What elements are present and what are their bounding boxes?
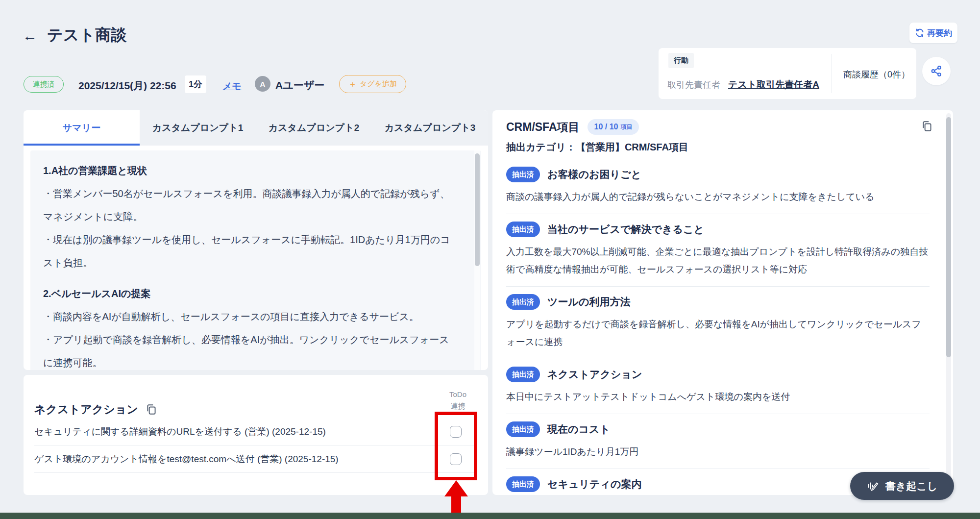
copy-icon[interactable] (921, 120, 933, 133)
next-action-text: セキュリティに関する詳細資料のURLを送付する (営業) (2025-12-15… (34, 425, 326, 438)
extracted-badge: 抽出済 (506, 476, 540, 492)
next-action-row: セキュリティに関する詳細資料のURLを送付する (営業) (2025-12-15… (34, 418, 477, 445)
summary-heading: 2.ベルセールスAIの提案 (43, 282, 454, 305)
user-name: Aユーザー (275, 78, 324, 92)
crm-item: 抽出済お客様のお困りごと商談の議事録入力が属人的で記録が残らないことがマネジメン… (506, 159, 930, 214)
crm-item-title: ツールの利用方法 (547, 295, 630, 309)
extracted-badge: 抽出済 (506, 421, 540, 437)
resummarize-button[interactable]: 再要約 (909, 23, 957, 43)
summary-bullet: ・営業メンバー50名がセールスフォースを利用。商談議事録入力が属人的で記録が残ら… (43, 182, 454, 228)
crm-item-body: 本日中にテストアットテストドットコムへゲスト環境の案内を送付 (506, 388, 930, 406)
todo-label: ToDo (449, 389, 466, 400)
transcribe-label: 書き起こし (885, 479, 937, 493)
plus-icon: ＋ (348, 78, 357, 90)
summary-card: サマリーカスタムプロンプト1カスタムプロンプト2カスタムプロンプト3 1.A社の… (24, 110, 488, 370)
summary-heading: 1.A社の営業課題と現状 (43, 159, 454, 182)
divider (832, 54, 832, 93)
crm-item-body: 商談の議事録入力が属人的で記録が残らないことがマネジメントに支障をきたしている (506, 188, 930, 206)
summary-content: 1.A社の営業課題と現状・営業メンバー50名がセールスフォースを利用。商談議事録… (43, 159, 454, 370)
annotation-arrow-icon (444, 480, 468, 496)
crm-item: 抽出済当社のサービスで解決できること入力工数を最大70%以上削減可能、企業ごとに… (506, 214, 930, 287)
crm-item-body: 議事録ツール1IDあたり月1万円 (506, 443, 930, 461)
crm-item-title: 現在のコスト (547, 422, 610, 436)
crm-item-body: アプリを起動するだけで商談を録音解析し、必要な情報をAIが抽出してワンクリックで… (506, 316, 930, 351)
crm-item-head: 抽出済ネクストアクション (506, 367, 930, 382)
extracted-badge: 抽出済 (506, 222, 540, 237)
tab-1[interactable]: サマリー (24, 110, 140, 146)
share-button[interactable] (922, 57, 951, 85)
page-title: テスト商談 (47, 25, 126, 46)
summary-scroll-area: 1.A社の営業課題と現状・営業メンバー50名がセールスフォースを利用。商談議事録… (30, 150, 481, 370)
extracted-badge: 抽出済 (506, 167, 540, 182)
extracted-badge: 抽出済 (506, 294, 540, 310)
crm-item-list: 抽出済お客様のお困りごと商談の議事録入力が属人的で記録が残らないことがマネジメン… (506, 159, 930, 495)
crm-category: 抽出カテゴリ：【営業用】CRM/SFA項目 (506, 141, 688, 154)
owner-link[interactable]: テスト取引先責任者A (728, 78, 819, 91)
tab-4[interactable]: カスタムプロンプト3 (372, 110, 488, 146)
tab-2[interactable]: カスタムプロンプト1 (140, 110, 256, 146)
extracted-badge: 抽出済 (506, 367, 540, 382)
add-tag-label: タグを追加 (360, 79, 397, 89)
summary-bullet: ・アプリ起動で商談を録音解析し、必要情報をAIが抽出。ワンクリックでセールスフォ… (43, 328, 454, 370)
crm-item: 抽出済現在のコスト議事録ツール1IDあたり月1万円 (506, 414, 930, 469)
scrollbar-thumb[interactable] (946, 117, 951, 357)
back-button[interactable]: ← (23, 27, 37, 44)
meeting-detail-page: ← テスト商談 再要約 連携済 2025/12/15(月) 22:56 1分 メ… (0, 0, 980, 519)
annotation-highlight-box (435, 412, 477, 480)
crm-item: 抽出済ネクストアクション本日中にテストアットテストドットコムへゲスト環境の案内を… (506, 359, 930, 414)
crm-item-head: 抽出済お客様のお困りごと (506, 167, 930, 182)
transcribe-button[interactable]: 書き起こし (850, 472, 954, 500)
next-action-list: セキュリティに関する詳細資料のURLを送付する (営業) (2025-12-15… (34, 418, 477, 473)
crm-item-title: セキュリティの案内 (547, 477, 641, 491)
footer-bar (0, 513, 980, 519)
todo-link-column-header: ToDo 連携 (449, 389, 466, 412)
next-action-text: ゲスト環境のアカウント情報をtest@test.comへ送付 (営業) (202… (34, 453, 339, 466)
status-badge: 連携済 (24, 76, 64, 93)
add-tag-button[interactable]: ＋ タグを追加 (339, 75, 406, 93)
share-icon (930, 65, 943, 77)
waveform-pen-icon (867, 480, 880, 493)
summary-bullet: ・現在は別の議事録ツールを使用し、セールスフォースに手動転記。1IDあたり月1万… (43, 228, 454, 274)
crm-scrollbar[interactable] (946, 113, 951, 492)
scrollbar-thumb[interactable] (475, 153, 480, 266)
refresh-icon (915, 28, 925, 38)
crm-item-body: 入力工数を最大70%以上削減可能、企業ごとに最適な抽出プロンプトを設計し特許取得… (506, 243, 930, 278)
crm-count-value: 10 / 10 (594, 123, 618, 131)
crm-item-title: ネクストアクション (547, 368, 642, 381)
crm-item-title: お客様のお困りごと (547, 168, 641, 181)
crm-title: CRM/SFA項目 (506, 120, 580, 135)
owner-label: 取引先責任者 (667, 79, 720, 91)
summary-scrollbar[interactable]: ▼ (474, 150, 480, 370)
memo-link[interactable]: メモ (222, 80, 242, 93)
crm-count-unit: 項目 (620, 123, 632, 131)
crm-item-title: 当社のサービスで解決できること (547, 222, 704, 236)
action-type-tag: 行動 (668, 53, 694, 68)
deal-info-card: 行動 取引先責任者 テスト取引先責任者A 商談履歴（0件） (659, 48, 916, 99)
crm-item-head: 抽出済当社のサービスで解決できること (506, 222, 930, 237)
crm-item-head: 抽出済ツールの利用方法 (506, 294, 930, 310)
tab-bar: サマリーカスタムプロンプト1カスタムプロンプト2カスタムプロンプト3 (24, 110, 488, 146)
link-label: 連携 (449, 400, 466, 412)
history-link[interactable]: 商談履歴（0件） (840, 69, 913, 80)
meeting-datetime: 2025/12/15(月) 22:56 (78, 79, 176, 93)
resummarize-label: 再要約 (927, 27, 952, 39)
meeting-duration: 1分 (185, 75, 206, 93)
crm-item-head: 抽出済現在のコスト (506, 421, 930, 437)
tab-3[interactable]: カスタムプロンプト2 (256, 110, 372, 146)
crm-sfa-card: CRM/SFA項目 10 / 10 項目 抽出カテゴリ：【営業用】CRM/SFA… (492, 110, 953, 495)
crm-count-badge: 10 / 10 項目 (588, 119, 639, 135)
next-action-title: ネクストアクション (34, 402, 138, 417)
crm-item: 抽出済ツールの利用方法アプリを起動するだけで商談を録音解析し、必要な情報をAIが… (506, 287, 930, 359)
copy-icon[interactable] (145, 403, 158, 416)
next-action-card: ネクストアクション ToDo 連携 セキュリティに関する詳細資料のURLを送付す… (24, 375, 488, 495)
avatar: A (255, 76, 270, 92)
next-action-row: ゲスト環境のアカウント情報をtest@test.comへ送付 (営業) (202… (34, 445, 477, 473)
summary-bullet: ・商談内容をAIが自動解析し、セールスフォースの項目に直接入力できるサービス。 (43, 305, 454, 328)
